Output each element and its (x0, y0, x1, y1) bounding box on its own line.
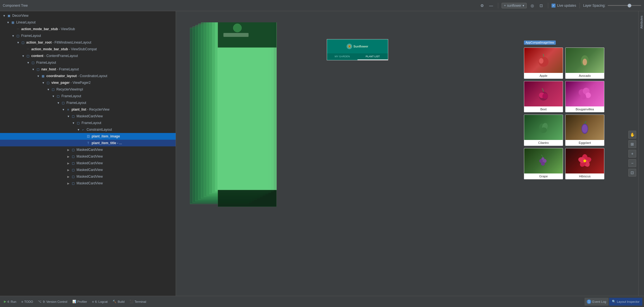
icon-framelayout-2: ▢ (31, 60, 35, 65)
tree-item-framelayout-2[interactable]: ▼ ▢ FrameLayout (0, 59, 176, 66)
profiler-tab[interactable]: 📊 Profiler (70, 298, 89, 306)
run-tab[interactable]: ▶ 4: Run (2, 298, 18, 306)
layout-inspector-button[interactable]: 🔍 Layout Inspector (609, 298, 642, 306)
tree-item-masked-card-4[interactable]: ▶ ▢ MaskedCardView (0, 160, 176, 166)
zoom-in-button[interactable]: + (628, 150, 636, 158)
camera-icon[interactable]: ◎ (529, 2, 536, 9)
avocado-name: Avocado (566, 73, 604, 78)
build-tab[interactable]: 🔨 Build (110, 298, 127, 306)
screenshot-icon[interactable]: ⊡ (538, 2, 545, 9)
label-masked-card-1: MaskedCardView (77, 114, 103, 118)
plant-card-apple: Apple (524, 47, 563, 79)
tree-item-framelayout-1[interactable]: ▼ ▢ FrameLayout (0, 32, 176, 39)
tree-item-view-pager[interactable]: ▼ ▢ view_pager - ViewPager2 (0, 79, 176, 86)
my-garden-tab[interactable]: MY GARDEN (327, 53, 357, 60)
terminal-tab[interactable]: ⬛ Terminal (127, 298, 149, 306)
terminal-label: Terminal (135, 300, 146, 303)
terminal-icon: ⬛ (130, 300, 133, 303)
tree-item-masked-card-6[interactable]: ▶ ▢ MaskedCardView (0, 173, 176, 180)
icon-plant-list: ≡ (66, 107, 70, 112)
right-tool-panel: ✋ ⊞ + − ⊡ (628, 131, 636, 177)
sunflower-icon: 🌻 (347, 44, 352, 49)
arrow-framelayout-3: ▼ (51, 94, 55, 98)
icon-constraint: ⌐ (81, 127, 85, 132)
tree-item-framelayout-4[interactable]: ▼ ▢ FrameLayout (0, 99, 176, 106)
layer-spacing-label: Layer Spacing: (583, 4, 605, 8)
icon-plant-item-image: 🖼 (86, 134, 90, 139)
layer-spacing-slider[interactable] (608, 3, 641, 8)
logcat-tab[interactable]: ≡ 6: Logcat (90, 298, 110, 306)
tree-item-action-bar-root[interactable]: ▼ ▢ action_bar_root - FitWindowsLinearLa… (0, 39, 176, 46)
eggplant-image (566, 115, 604, 140)
attributes-sidebar: Attributes (638, 11, 644, 296)
arrow-action-bar-root: ▼ (16, 41, 20, 44)
slider-thumb[interactable] (628, 4, 631, 8)
tree-item-constraint[interactable]: ▼ ⌐ ConstraintLayout (0, 126, 176, 133)
label-coordinator: coordinator_layout - CoordinatorLayout (46, 74, 107, 78)
label-content: content - ContentFrameLayout (31, 54, 78, 58)
icon-masked-card-4: ▢ (71, 161, 75, 165)
add-device-button[interactable]: + sunflower ▾ (502, 3, 527, 8)
plant-card-avocado: Avocado (565, 47, 604, 79)
layers-svg (190, 22, 346, 218)
tree-item-masked-card-7[interactable]: ▶ ▢ MaskedCardView (0, 180, 176, 187)
arrow-masked-card-5: ▶ (66, 168, 70, 172)
plant-list-tab[interactable]: PLANT LIST (357, 53, 388, 60)
label-linearlayout: LinearLayout (16, 20, 35, 24)
version-control-tab[interactable]: ⌥ 9: Version Control (36, 298, 69, 306)
logcat-icon: ≡ (92, 300, 94, 303)
arrow-constraint: ▼ (77, 128, 80, 132)
plant-card-eggplant: Eggplant (565, 115, 604, 146)
tree-item-decorview[interactable]: ▼ ▣ DecorView (0, 12, 176, 19)
event-log-label: Event Log (592, 300, 606, 303)
settings-icon[interactable]: ⚙ (479, 2, 486, 9)
tree-item-masked-card-5[interactable]: ▶ ▢ MaskedCardView (0, 166, 176, 173)
hand-tool-button[interactable]: ✋ (628, 131, 636, 139)
checkmark-icon: ✓ (552, 4, 555, 7)
tree-item-nav-host[interactable]: ▼ ▢ nav_host - FrameLayout (0, 66, 176, 73)
component-tree[interactable]: ▼ ▣ DecorView ▼ ▦ LinearLayout ▼ ⋯ actio… (0, 11, 176, 296)
arrow-plant-item-title: ▼ (82, 141, 85, 145)
zoom-out-button[interactable]: − (628, 159, 636, 167)
avocado-image (566, 48, 604, 73)
hibiscus-name: Hibiscus (566, 173, 604, 179)
live-updates-label: Live updates (557, 4, 576, 8)
attributes-label[interactable]: Attributes (639, 13, 644, 31)
bottom-bar: ▶ 4: Run ≡ TODO ⌥ 9: Version Control 📊 P… (0, 296, 644, 307)
event-log-count: 1 (588, 300, 590, 303)
minimize-icon[interactable]: — (488, 2, 495, 9)
sunflower-app-title: Sunflower (353, 45, 368, 48)
tree-item-recyclerview-impl[interactable]: ▼ ▢ RecyclerViewImpl (0, 86, 176, 93)
tree-item-plant-item-title[interactable]: ▼ T plant_item_title - ... (0, 140, 176, 146)
select-tool-button[interactable]: ⊞ (628, 140, 636, 148)
tree-item-action-mode-bar-stub[interactable]: ▼ ⋯ action_mode_bar_stub - ViewStub (0, 26, 176, 32)
arrow-masked-card-3: ▶ (66, 154, 70, 158)
tree-item-masked-card-2[interactable]: ▶ ▢ MaskedCardView (0, 146, 176, 153)
top-bar: Component Tree ⚙ — + sunflower ▾ ◎ ⊡ ✓ L… (0, 0, 644, 11)
label-recyclerview-impl: RecyclerViewImpl (56, 87, 83, 91)
tree-item-masked-card-3[interactable]: ▶ ▢ MaskedCardView (0, 153, 176, 160)
todo-tab[interactable]: ≡ TODO (19, 298, 35, 306)
right-panel: 🌻 Sunflower MY GARDEN PLANT LIST AppComp… (176, 11, 638, 296)
live-updates-checkbox[interactable]: ✓ (552, 4, 555, 8)
tree-item-plant-list[interactable]: ▼ ≡ plant_list - RecyclerView (0, 106, 176, 113)
label-framelayout-3: FrameLayout (61, 94, 81, 98)
tree-item-framelayout-5[interactable]: ▼ ▢ FrameLayout (0, 120, 176, 126)
fit-button[interactable]: ⊡ (628, 169, 636, 177)
icon-recyclerview-impl: ▢ (51, 87, 55, 92)
arrow-framelayout-4: ▼ (56, 101, 60, 105)
label-action-mode-bar: action_mode_bar_stub - ViewStub (21, 27, 75, 31)
icon-linearlayout: ▦ (11, 20, 15, 25)
tree-item-plant-item-image[interactable]: ▼ 🖼 plant_item_image (0, 133, 176, 140)
tree-item-action-mode-bar-stub-2[interactable]: ▼ ⋯ action_mode_bar_stub - ViewStubCompa… (0, 46, 176, 53)
event-log-button[interactable]: 1 Event Log (585, 298, 609, 306)
tree-item-coordinator[interactable]: ▼ ▦ coordinator_layout - CoordinatorLayo… (0, 73, 176, 79)
tree-item-linearlayout[interactable]: ▼ ▦ LinearLayout (0, 19, 176, 26)
tree-item-framelayout-3[interactable]: ▼ ▢ FrameLayout (0, 93, 176, 99)
slider-track (608, 5, 641, 6)
arrow-decorview: ▼ (2, 14, 6, 18)
cilantro-image (524, 115, 563, 140)
tree-item-masked-card-1[interactable]: ▼ ▢ MaskedCardView (0, 113, 176, 120)
tree-item-content[interactable]: ▼ ▢ content - ContentFrameLayout (0, 53, 176, 59)
grape-image (524, 148, 563, 173)
